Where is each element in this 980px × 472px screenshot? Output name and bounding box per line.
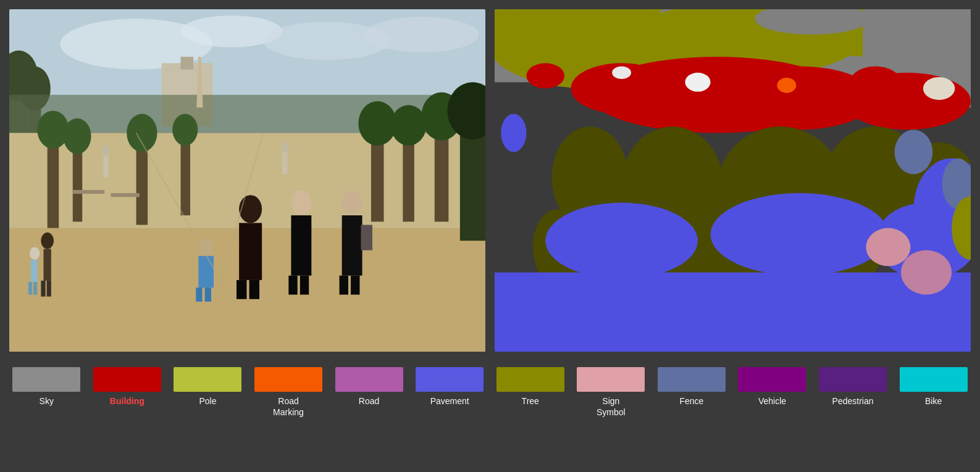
svg-point-79 bbox=[850, 66, 901, 97]
svg-rect-53 bbox=[198, 256, 214, 288]
svg-point-93 bbox=[711, 193, 889, 276]
svg-point-99 bbox=[895, 130, 933, 174]
svg-rect-46 bbox=[300, 276, 309, 295]
svg-rect-10 bbox=[181, 57, 194, 70]
svg-point-78 bbox=[526, 63, 564, 88]
legend-label-sky: Sky bbox=[40, 395, 54, 407]
svg-rect-42 bbox=[249, 280, 259, 299]
legend-swatch-tree bbox=[496, 367, 564, 392]
svg-point-97 bbox=[901, 250, 952, 295]
legend-label-building: Building bbox=[110, 395, 144, 407]
svg-rect-33 bbox=[41, 281, 45, 297]
legend-swatch-vehicle bbox=[738, 367, 806, 392]
svg-point-20 bbox=[127, 114, 157, 152]
legend-label-road: Road bbox=[359, 395, 379, 407]
legend-item-road-marking: RoadMarking bbox=[254, 367, 322, 418]
legend-label-sign-symbol: SignSymbol bbox=[597, 395, 626, 418]
svg-rect-55 bbox=[205, 288, 211, 302]
legend-item-fence: Fence bbox=[658, 367, 726, 407]
svg-rect-34 bbox=[47, 281, 51, 297]
legend-swatch-fence bbox=[658, 367, 726, 392]
svg-point-18 bbox=[63, 118, 91, 154]
legend-swatch-building bbox=[93, 367, 161, 392]
svg-point-100 bbox=[777, 78, 796, 93]
legend-swatch-sign-symbol bbox=[577, 367, 645, 392]
legend-swatch-pavement bbox=[416, 367, 484, 392]
svg-rect-32 bbox=[44, 249, 51, 281]
svg-point-47 bbox=[342, 190, 362, 215]
svg-point-22 bbox=[172, 114, 198, 146]
svg-rect-36 bbox=[31, 260, 37, 282]
legend-label-pole: Pole bbox=[199, 395, 216, 407]
svg-rect-51 bbox=[361, 225, 373, 250]
legend-label-fence: Fence bbox=[679, 395, 703, 407]
svg-rect-37 bbox=[28, 282, 32, 295]
legend-item-building: Building bbox=[93, 367, 161, 407]
legend-item-bike: Bike bbox=[900, 367, 968, 407]
legend-label-bike: Bike bbox=[925, 395, 942, 407]
svg-rect-38 bbox=[33, 282, 37, 295]
legend-item-tree: Tree bbox=[496, 367, 564, 407]
legend-swatch-sky bbox=[12, 367, 80, 392]
legend-label-pedestrian: Pedestrian bbox=[832, 395, 874, 407]
svg-point-92 bbox=[545, 202, 698, 278]
legend-swatch-bike bbox=[900, 367, 968, 392]
svg-point-101 bbox=[501, 114, 526, 152]
legend-item-vehicle: Vehicle bbox=[738, 367, 806, 407]
images-row bbox=[0, 0, 980, 358]
svg-point-96 bbox=[866, 228, 910, 267]
legend-swatch-pole bbox=[174, 367, 241, 392]
svg-rect-50 bbox=[351, 276, 359, 295]
legend-label-vehicle: Vehicle bbox=[758, 395, 786, 407]
legend-label-pavement: Pavement bbox=[430, 395, 469, 407]
svg-point-4 bbox=[365, 17, 479, 52]
svg-rect-60 bbox=[73, 190, 104, 194]
svg-rect-61 bbox=[111, 193, 139, 197]
svg-rect-48 bbox=[342, 215, 362, 276]
legend-item-pole: Pole bbox=[174, 367, 241, 407]
legend-swatch-road bbox=[335, 367, 403, 392]
legend-swatch-road-marking bbox=[254, 367, 322, 392]
svg-rect-54 bbox=[196, 288, 202, 302]
legend-item-road: Road bbox=[335, 367, 403, 407]
legend-item-pavement: Pavement bbox=[416, 367, 484, 407]
svg-point-59 bbox=[281, 143, 288, 152]
svg-point-24 bbox=[358, 101, 396, 146]
legend-item-sign-symbol: SignSymbol bbox=[577, 367, 645, 418]
svg-point-43 bbox=[291, 190, 311, 215]
svg-point-35 bbox=[30, 247, 40, 260]
legend-label-road-marking: RoadMarking bbox=[273, 395, 304, 418]
svg-point-26 bbox=[391, 105, 427, 146]
svg-rect-45 bbox=[288, 276, 297, 295]
legend-item-pedestrian: Pedestrian bbox=[819, 367, 887, 407]
svg-point-81 bbox=[612, 66, 631, 79]
legend-label-tree: Tree bbox=[522, 395, 539, 407]
legend-row: SkyBuildingPoleRoadMarkingRoadPavementTr… bbox=[0, 358, 980, 472]
segmentation-image-panel bbox=[495, 9, 971, 352]
svg-point-82 bbox=[923, 77, 955, 100]
svg-point-80 bbox=[685, 73, 710, 92]
svg-point-52 bbox=[198, 238, 214, 256]
original-image-panel bbox=[9, 9, 485, 352]
svg-point-31 bbox=[41, 233, 54, 249]
svg-rect-49 bbox=[340, 276, 348, 295]
svg-rect-40 bbox=[239, 223, 262, 280]
svg-point-39 bbox=[239, 195, 262, 223]
app-container: SkyBuildingPoleRoadMarkingRoadPavementTr… bbox=[0, 0, 980, 472]
legend-item-sky: Sky bbox=[12, 367, 80, 407]
svg-rect-44 bbox=[291, 215, 311, 276]
svg-rect-73 bbox=[863, 9, 971, 57]
svg-point-57 bbox=[102, 146, 109, 155]
svg-rect-91 bbox=[495, 273, 971, 352]
legend-swatch-pedestrian bbox=[819, 367, 887, 392]
svg-rect-41 bbox=[237, 280, 246, 299]
